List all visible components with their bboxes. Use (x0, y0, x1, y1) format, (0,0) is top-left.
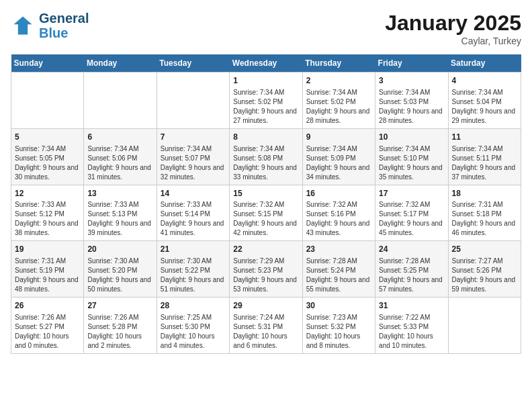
day-info: Sunrise: 7:24 AM Sunset: 5:31 PM Dayligh… (233, 313, 298, 351)
day-info: Sunrise: 7:27 AM Sunset: 5:26 PM Dayligh… (452, 257, 517, 294)
calendar-day-cell: 31Sunrise: 7:22 AM Sunset: 5:33 PM Dayli… (375, 298, 448, 354)
calendar-day-cell: 13Sunrise: 7:33 AM Sunset: 5:13 PM Dayli… (84, 185, 157, 241)
calendar-day-cell: 27Sunrise: 7:26 AM Sunset: 5:28 PM Dayli… (84, 298, 157, 354)
day-info: Sunrise: 7:22 AM Sunset: 5:33 PM Dayligh… (379, 313, 444, 351)
day-number: 28 (161, 300, 226, 312)
calendar-day-cell (84, 73, 157, 129)
day-info: Sunrise: 7:28 AM Sunset: 5:25 PM Dayligh… (379, 257, 444, 294)
weekday-header-cell: Sunday (11, 54, 84, 73)
day-info: Sunrise: 7:34 AM Sunset: 5:10 PM Dayligh… (379, 144, 444, 182)
day-info: Sunrise: 7:33 AM Sunset: 5:13 PM Dayligh… (87, 200, 152, 238)
calendar-day-cell: 30Sunrise: 7:23 AM Sunset: 5:32 PM Dayli… (302, 298, 375, 354)
day-number: 16 (306, 188, 371, 199)
day-info: Sunrise: 7:34 AM Sunset: 5:06 PM Dayligh… (87, 144, 152, 182)
day-info: Sunrise: 7:32 AM Sunset: 5:17 PM Dayligh… (379, 200, 444, 238)
day-number: 18 (452, 188, 517, 199)
day-info: Sunrise: 7:31 AM Sunset: 5:18 PM Dayligh… (452, 200, 517, 238)
weekday-header-cell: Monday (84, 54, 157, 73)
day-info: Sunrise: 7:34 AM Sunset: 5:07 PM Dayligh… (161, 144, 226, 182)
logo-line1: General (39, 11, 89, 26)
calendar-week-row: 12Sunrise: 7:33 AM Sunset: 5:12 PM Dayli… (11, 185, 521, 241)
day-number: 29 (233, 300, 298, 312)
calendar-day-cell: 20Sunrise: 7:30 AM Sunset: 5:20 PM Dayli… (84, 241, 157, 298)
day-number: 11 (452, 132, 517, 143)
day-info: Sunrise: 7:32 AM Sunset: 5:16 PM Dayligh… (306, 200, 371, 238)
logo-icon (11, 13, 35, 38)
day-info: Sunrise: 7:31 AM Sunset: 5:19 PM Dayligh… (15, 257, 80, 294)
calendar-day-cell: 16Sunrise: 7:32 AM Sunset: 5:16 PM Dayli… (302, 185, 375, 241)
day-number: 26 (15, 300, 80, 312)
calendar-day-cell: 25Sunrise: 7:27 AM Sunset: 5:26 PM Dayli… (448, 241, 521, 298)
calendar-header: SundayMondayTuesdayWednesdayThursdayFrid… (11, 54, 521, 73)
location: Caylar, Turkey (385, 36, 521, 46)
calendar-day-cell (157, 73, 229, 129)
day-number: 23 (306, 244, 371, 255)
weekday-header-cell: Wednesday (230, 54, 302, 73)
calendar-day-cell: 21Sunrise: 7:30 AM Sunset: 5:22 PM Dayli… (157, 241, 229, 298)
weekday-header-cell: Saturday (448, 54, 521, 73)
day-number: 2 (306, 75, 371, 87)
calendar-day-cell: 23Sunrise: 7:28 AM Sunset: 5:24 PM Dayli… (302, 241, 375, 298)
day-info: Sunrise: 7:34 AM Sunset: 5:11 PM Dayligh… (452, 144, 517, 182)
logo: General Blue (11, 11, 89, 40)
day-number: 4 (452, 75, 517, 87)
day-number: 3 (379, 75, 444, 87)
calendar-day-cell (448, 298, 521, 354)
day-number: 8 (233, 132, 298, 143)
day-info: Sunrise: 7:26 AM Sunset: 5:28 PM Dayligh… (87, 313, 152, 351)
day-info: Sunrise: 7:25 AM Sunset: 5:30 PM Dayligh… (161, 313, 226, 351)
weekday-header-row: SundayMondayTuesdayWednesdayThursdayFrid… (11, 54, 521, 73)
calendar-day-cell: 19Sunrise: 7:31 AM Sunset: 5:19 PM Dayli… (11, 241, 84, 298)
day-number: 30 (306, 300, 371, 312)
calendar-day-cell: 17Sunrise: 7:32 AM Sunset: 5:17 PM Dayli… (375, 185, 448, 241)
logo-text: General Blue (39, 11, 89, 40)
weekday-header-cell: Tuesday (157, 54, 229, 73)
day-info: Sunrise: 7:23 AM Sunset: 5:32 PM Dayligh… (306, 313, 371, 351)
calendar-day-cell: 11Sunrise: 7:34 AM Sunset: 5:11 PM Dayli… (448, 128, 521, 185)
calendar-day-cell: 18Sunrise: 7:31 AM Sunset: 5:18 PM Dayli… (448, 185, 521, 241)
day-number: 6 (87, 132, 152, 143)
day-info: Sunrise: 7:33 AM Sunset: 5:12 PM Dayligh… (15, 200, 80, 238)
day-number: 20 (87, 244, 152, 255)
calendar-day-cell: 10Sunrise: 7:34 AM Sunset: 5:10 PM Dayli… (375, 128, 448, 185)
day-number: 31 (379, 300, 444, 312)
day-info: Sunrise: 7:26 AM Sunset: 5:27 PM Dayligh… (15, 313, 80, 351)
day-number: 19 (15, 244, 80, 255)
calendar-day-cell: 3Sunrise: 7:34 AM Sunset: 5:03 PM Daylig… (375, 73, 448, 129)
calendar-day-cell: 28Sunrise: 7:25 AM Sunset: 5:30 PM Dayli… (157, 298, 229, 354)
day-info: Sunrise: 7:34 AM Sunset: 5:05 PM Dayligh… (15, 144, 80, 182)
day-number: 25 (452, 244, 517, 255)
title-block: January 2025 Caylar, Turkey (385, 11, 521, 46)
day-number: 5 (15, 132, 80, 143)
day-info: Sunrise: 7:30 AM Sunset: 5:20 PM Dayligh… (87, 257, 152, 294)
day-info: Sunrise: 7:33 AM Sunset: 5:14 PM Dayligh… (161, 200, 226, 238)
day-info: Sunrise: 7:34 AM Sunset: 5:03 PM Dayligh… (379, 88, 444, 126)
calendar-day-cell: 15Sunrise: 7:32 AM Sunset: 5:15 PM Dayli… (230, 185, 302, 241)
calendar-day-cell: 7Sunrise: 7:34 AM Sunset: 5:07 PM Daylig… (157, 128, 229, 185)
day-number: 27 (87, 300, 152, 312)
svg-marker-0 (14, 17, 32, 35)
day-info: Sunrise: 7:30 AM Sunset: 5:22 PM Dayligh… (161, 257, 226, 294)
calendar-day-cell: 5Sunrise: 7:34 AM Sunset: 5:05 PM Daylig… (11, 128, 84, 185)
calendar-day-cell: 9Sunrise: 7:34 AM Sunset: 5:09 PM Daylig… (302, 128, 375, 185)
calendar-body: 1Sunrise: 7:34 AM Sunset: 5:02 PM Daylig… (11, 73, 521, 354)
day-number: 10 (379, 132, 444, 143)
day-info: Sunrise: 7:34 AM Sunset: 5:09 PM Dayligh… (306, 144, 371, 182)
calendar-day-cell: 12Sunrise: 7:33 AM Sunset: 5:12 PM Dayli… (11, 185, 84, 241)
day-info: Sunrise: 7:34 AM Sunset: 5:04 PM Dayligh… (452, 88, 517, 126)
calendar-day-cell: 4Sunrise: 7:34 AM Sunset: 5:04 PM Daylig… (448, 73, 521, 129)
day-info: Sunrise: 7:32 AM Sunset: 5:15 PM Dayligh… (233, 200, 298, 238)
calendar-day-cell: 8Sunrise: 7:34 AM Sunset: 5:08 PM Daylig… (230, 128, 302, 185)
page-header: General Blue January 2025 Caylar, Turkey (11, 11, 521, 46)
calendar-table: SundayMondayTuesdayWednesdayThursdayFrid… (11, 54, 521, 354)
calendar-day-cell: 2Sunrise: 7:34 AM Sunset: 5:02 PM Daylig… (302, 73, 375, 129)
calendar-day-cell (11, 73, 84, 129)
calendar-week-row: 1Sunrise: 7:34 AM Sunset: 5:02 PM Daylig… (11, 73, 521, 129)
calendar-week-row: 26Sunrise: 7:26 AM Sunset: 5:27 PM Dayli… (11, 298, 521, 354)
month-title: January 2025 (385, 11, 521, 36)
calendar-day-cell: 22Sunrise: 7:29 AM Sunset: 5:23 PM Dayli… (230, 241, 302, 298)
calendar-day-cell: 6Sunrise: 7:34 AM Sunset: 5:06 PM Daylig… (84, 128, 157, 185)
day-info: Sunrise: 7:29 AM Sunset: 5:23 PM Dayligh… (233, 257, 298, 294)
day-info: Sunrise: 7:34 AM Sunset: 5:02 PM Dayligh… (233, 88, 298, 126)
day-number: 15 (233, 188, 298, 199)
